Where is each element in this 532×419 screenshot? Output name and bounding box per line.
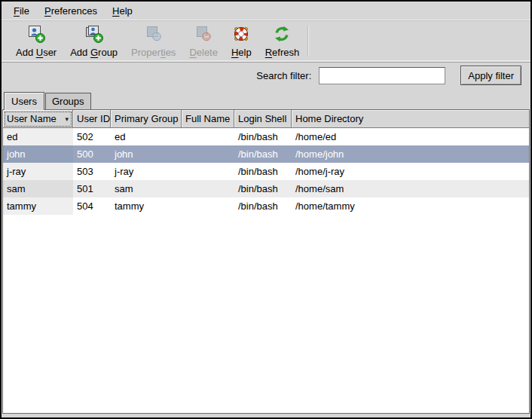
delete-label: Delete [189, 47, 218, 58]
add-group-icon [84, 24, 104, 46]
table-empty-area [3, 215, 529, 413]
user-manager-window: File Preferences Help Add User [0, 0, 532, 419]
column-header-user-id[interactable]: User ID [73, 110, 111, 128]
delete-button: Delete [182, 23, 225, 59]
refresh-label: Refresh [265, 47, 300, 58]
table-row-tammy[interactable]: tammy 504 tammy /bin/bash /home/tammy [3, 197, 529, 215]
column-header-full-name[interactable]: Full Name [182, 110, 234, 128]
column-header-user-name[interactable]: User Name ▾ [3, 110, 73, 128]
toolbar: Add User Add Group [2, 21, 530, 63]
tab-users[interactable]: Users [4, 92, 44, 110]
delete-icon [194, 24, 213, 46]
sort-descending-icon: ▾ [60, 115, 69, 123]
column-header-home-directory[interactable]: Home Directory [292, 110, 529, 128]
toolbar-separator [307, 26, 309, 57]
properties-label: Properties [131, 47, 176, 58]
table-header-row: User Name ▾ User ID Primary Group Full N… [3, 110, 529, 128]
menu-help[interactable]: Help [105, 2, 140, 20]
refresh-icon [272, 24, 292, 46]
properties-button: Properties [124, 23, 182, 59]
table-row-john-selected[interactable]: john 500 john /bin/bash /home/john [3, 145, 529, 163]
search-filter-input[interactable] [319, 67, 445, 84]
help-button[interactable]: Help [225, 23, 258, 59]
tab-groups[interactable]: Groups [45, 93, 91, 109]
table-row-j-ray[interactable]: j-ray 503 j-ray /bin/bash /home/j-ray [3, 163, 529, 180]
search-filter-label: Search filter: [256, 70, 311, 81]
add-user-icon [26, 24, 46, 46]
search-filter-row: Search filter: Apply filter [2, 63, 530, 88]
tab-bar: Users Groups [2, 88, 530, 109]
menu-preferences[interactable]: Preferences [37, 2, 105, 20]
help-label: Help [231, 47, 252, 58]
table-row-sam[interactable]: sam 501 sam /bin/bash /home/sam [3, 180, 529, 197]
menu-bar: File Preferences Help [2, 2, 530, 21]
properties-icon [144, 24, 164, 46]
refresh-button[interactable]: Refresh [258, 23, 307, 59]
help-icon [231, 24, 251, 46]
menu-file[interactable]: File [6, 2, 37, 20]
add-group-button[interactable]: Add Group [63, 23, 124, 59]
add-group-label: Add Group [70, 47, 118, 58]
column-header-primary-group[interactable]: Primary Group [111, 110, 182, 128]
apply-filter-button[interactable]: Apply filter [460, 66, 521, 85]
add-user-label: Add User [16, 47, 57, 58]
users-table: User Name ▾ User ID Primary Group Full N… [2, 109, 530, 414]
add-user-button[interactable]: Add User [9, 23, 63, 59]
column-header-login-shell[interactable]: Login Shell [234, 110, 292, 128]
table-row-ed[interactable]: ed 502 ed /bin/bash /home/ed [3, 128, 529, 145]
